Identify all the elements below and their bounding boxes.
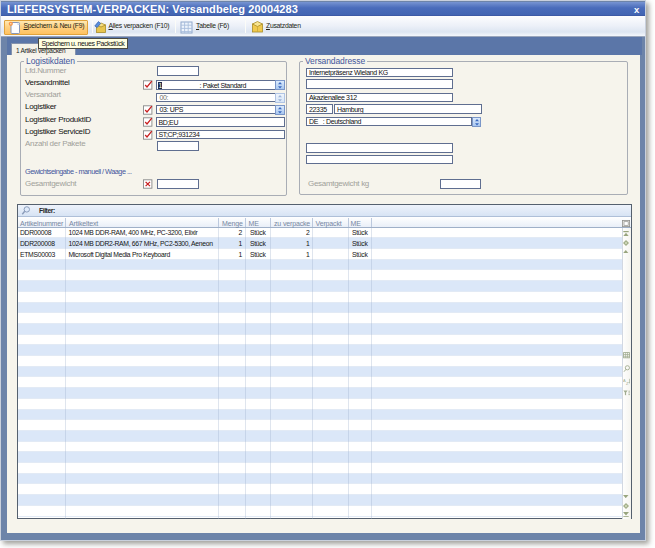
svg-text:Z: Z [626,381,629,385]
